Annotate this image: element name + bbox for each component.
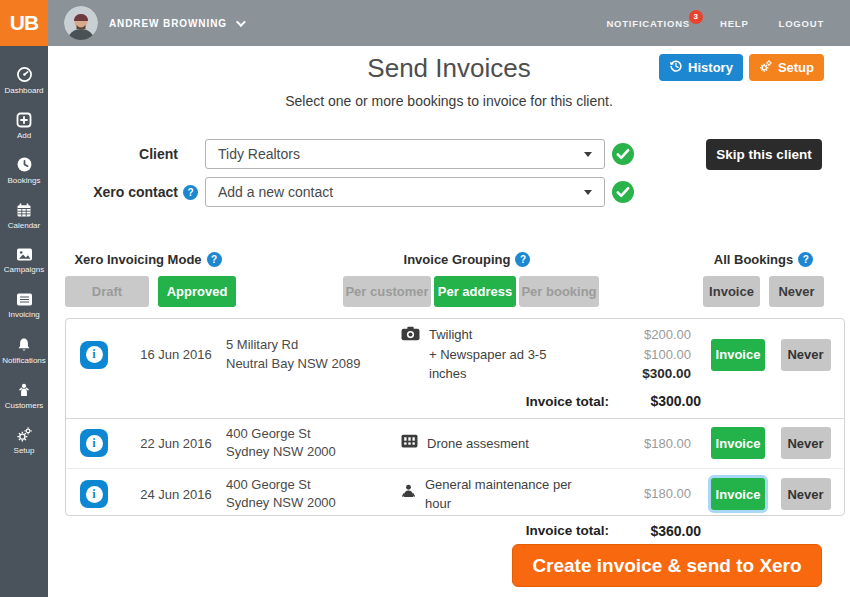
booking-date: 24 Jun 2016 — [126, 487, 226, 502]
help-link[interactable]: HELP — [720, 18, 749, 29]
row-never-button[interactable]: Never — [781, 339, 831, 371]
app-logo[interactable]: UB — [0, 0, 48, 46]
page-subtitle: Select one or more bookings to invoice f… — [48, 93, 850, 109]
row-never-button[interactable]: Never — [781, 478, 831, 510]
client-label: Client — [48, 139, 178, 169]
mode-draft-button[interactable]: Draft — [65, 276, 149, 307]
app-window: UB ANDREW BROWNING NOTIFICATIONS 3 HELP … — [0, 0, 850, 597]
booking-info-button[interactable]: i — [80, 480, 108, 508]
history-icon — [669, 59, 683, 76]
invoice-total-label: Invoice total: — [526, 394, 609, 409]
service-line2: + Newspaper ad 3-5 inches — [429, 345, 584, 384]
plus-square-icon — [16, 112, 32, 128]
row-invoice-button[interactable]: Invoice — [711, 339, 765, 371]
invoice-total-label: Invoice total: — [526, 523, 609, 538]
address-line2: Sydney NSW 2000 — [226, 443, 401, 461]
avatar-image — [64, 6, 98, 40]
history-button[interactable]: History — [659, 54, 743, 81]
mode-approved-button[interactable]: Approved — [158, 276, 236, 307]
bookings-table: i 16 Jun 2016 5 Military Rd Neutral Bay … — [65, 318, 845, 516]
sidebar-item-setup[interactable]: Setup — [0, 418, 48, 463]
gauge-icon — [16, 66, 33, 83]
sidebar-item-label: Dashboard — [4, 86, 43, 95]
help-icon[interactable]: ? — [798, 252, 813, 267]
chevron-down-icon — [236, 17, 246, 27]
skip-client-button[interactable]: Skip this client — [706, 139, 822, 170]
info-icon: i — [86, 346, 103, 363]
price-line: $200.00 — [584, 325, 691, 345]
notifications-link[interactable]: NOTIFICATIONS 3 — [606, 18, 690, 29]
user-avatar[interactable] — [64, 6, 98, 40]
sidebar-item-dashboard[interactable]: Dashboard — [0, 58, 48, 103]
sidebar-item-add[interactable]: Add — [0, 103, 48, 148]
invoice-total-amount: $300.00 — [631, 393, 701, 409]
row-never-button[interactable]: Never — [781, 427, 831, 459]
client-label-text: Client — [139, 146, 178, 162]
sidebar-item-label: Setup — [14, 446, 35, 455]
booking-service: Drone assesment — [401, 434, 584, 454]
booking-row: i 16 Jun 2016 5 Military Rd Neutral Bay … — [66, 319, 844, 390]
service-lines: Twilight + Newspaper ad 3-5 inches — [429, 325, 584, 384]
sidebar-item-label: Campaigns — [4, 265, 44, 274]
help-icon[interactable]: ? — [183, 185, 198, 200]
top-bar: UB ANDREW BROWNING NOTIFICATIONS 3 HELP … — [0, 0, 850, 46]
booking-prices: $200.00 $100.00 $300.00 — [584, 325, 699, 384]
booking-address: 5 Military Rd Neutral Bay NSW 2089 — [226, 336, 401, 372]
sidebar-item-calendar[interactable]: Calendar — [0, 193, 48, 238]
invoicing-mode-header-text: Xero Invoicing Mode — [74, 252, 201, 267]
price-line: $100.00 — [584, 345, 691, 365]
create-invoice-button[interactable]: Create invoice & send to Xero — [512, 544, 822, 587]
grouping-per-address-button[interactable]: Per address — [434, 276, 516, 307]
logout-link[interactable]: LOGOUT — [779, 18, 824, 29]
xero-contact-select-value: Add a new contact — [218, 184, 333, 200]
price-line: $180.00 — [584, 434, 691, 454]
booking-date: 22 Jun 2016 — [126, 436, 226, 451]
drone-icon — [401, 434, 418, 454]
bell-icon — [16, 337, 32, 353]
address-line2: Neutral Bay NSW 2089 — [226, 355, 401, 373]
client-valid-check-icon — [611, 142, 635, 166]
all-bookings-header: All Bookings ? — [703, 252, 824, 267]
booking-info-button[interactable]: i — [80, 341, 108, 369]
grouping-per-booking-button[interactable]: Per booking — [519, 276, 599, 307]
all-never-button[interactable]: Never — [769, 276, 824, 307]
sidebar-item-label: Add — [17, 131, 31, 140]
header-actions: History Setup — [659, 54, 824, 81]
booking-prices: $180.00 — [584, 434, 699, 454]
all-invoice-button[interactable]: Invoice — [703, 276, 760, 307]
notifications-badge: 3 — [689, 10, 703, 24]
help-icon[interactable]: ? — [515, 252, 530, 267]
invoice-total-amount: $360.00 — [631, 523, 701, 539]
booking-prices: $180.00 — [584, 484, 699, 504]
sidebar-item-label: Customers — [5, 401, 44, 410]
sidebar-item-campaigns[interactable]: Campaigns — [0, 238, 48, 283]
sidebar-item-invoicing[interactable]: Invoicing — [0, 283, 48, 328]
setup-button[interactable]: Setup — [749, 54, 824, 81]
help-icon[interactable]: ? — [207, 252, 222, 267]
xero-contact-select[interactable]: Add a new contact — [205, 177, 605, 207]
worker-icon — [401, 483, 416, 505]
address-line1: 400 George St — [226, 476, 401, 494]
grouping-per-customer-button[interactable]: Per customer — [343, 276, 431, 307]
booking-row: i 24 Jun 2016 400 George St Sydney NSW 2… — [66, 468, 844, 520]
booking-service: General maintenance per hour — [401, 475, 584, 514]
sidebar-item-customers[interactable]: Customers — [0, 373, 48, 418]
info-icon: i — [86, 486, 103, 503]
row-invoice-button[interactable]: Invoice — [711, 427, 765, 459]
sidebar-item-notifications[interactable]: Notifications — [0, 328, 48, 373]
xero-contact-label-text: Xero contact — [93, 184, 178, 200]
row-invoice-button-focused[interactable]: Invoice — [711, 478, 765, 510]
sidebar-item-label: Invoicing — [8, 310, 40, 319]
person-icon — [16, 382, 32, 398]
sidebar-item-bookings[interactable]: Bookings — [0, 148, 48, 193]
gears-icon — [759, 59, 773, 76]
client-select[interactable]: Tidy Realtors — [205, 139, 605, 169]
booking-info-button[interactable]: i — [80, 429, 108, 457]
sidebar: Dashboard Add Bookings Calendar Campaign… — [0, 46, 48, 597]
invoice-total-row: Invoice total: $300.00 — [66, 390, 844, 418]
calendar-icon — [16, 202, 32, 218]
clock-globe-icon — [16, 156, 33, 173]
booking-row: i 22 Jun 2016 400 George St Sydney NSW 2… — [66, 418, 844, 467]
xero-contact-label: Xero contact ? — [48, 177, 198, 207]
user-menu[interactable]: ANDREW BROWNING — [109, 18, 227, 29]
